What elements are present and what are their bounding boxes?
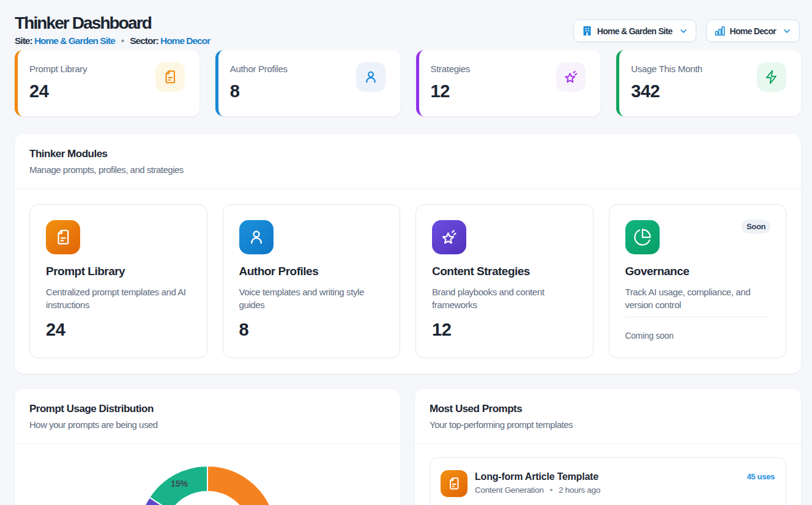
svg-text:15%: 15% bbox=[171, 479, 188, 488]
